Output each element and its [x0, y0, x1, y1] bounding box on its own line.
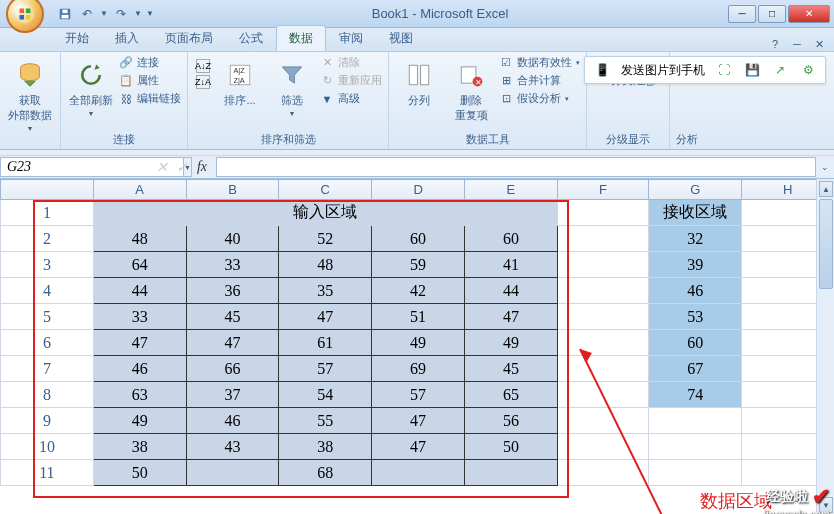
sort-asc-button[interactable]: A↓Z	[196, 59, 210, 73]
cell[interactable]: 39	[649, 252, 742, 278]
select-all-corner[interactable]	[1, 180, 94, 200]
tab-insert[interactable]: 插入	[102, 25, 152, 51]
clear-button[interactable]: ✕清除	[320, 55, 382, 70]
maximize-button[interactable]: □	[758, 5, 786, 23]
tab-formulas[interactable]: 公式	[226, 25, 276, 51]
col-header[interactable]: F	[557, 180, 649, 200]
cell[interactable]: 47	[186, 330, 279, 356]
fx-icon[interactable]: fx	[194, 159, 210, 175]
redo-icon[interactable]: ↷	[112, 5, 130, 23]
cell[interactable]	[557, 252, 649, 278]
row-header[interactable]: 7	[1, 356, 94, 382]
cell[interactable]: 55	[279, 408, 372, 434]
ext-share-icon[interactable]: ↗	[771, 61, 789, 79]
data-validation-button[interactable]: ☑数据有效性▾	[499, 55, 580, 70]
cell[interactable]: 59	[372, 252, 465, 278]
ribbon-minimize-icon[interactable]: ─	[790, 37, 804, 51]
cell[interactable]: 49	[93, 408, 186, 434]
tab-view[interactable]: 视图	[376, 25, 426, 51]
formula-input[interactable]	[216, 157, 816, 177]
row-header[interactable]: 2	[1, 226, 94, 252]
cell[interactable]: 45	[464, 356, 557, 382]
col-header[interactable]: C	[279, 180, 372, 200]
cell[interactable]: 37	[186, 382, 279, 408]
cell[interactable]: 47	[372, 434, 465, 460]
redo-dropdown[interactable]: ▼	[134, 9, 142, 18]
col-header[interactable]: A	[93, 180, 186, 200]
cell[interactable]: 60	[464, 226, 557, 252]
cell[interactable]: 60	[372, 226, 465, 252]
cell[interactable]: 54	[279, 382, 372, 408]
cell[interactable]: 47	[279, 304, 372, 330]
cell[interactable]: 65	[464, 382, 557, 408]
sort-desc-button[interactable]: Z↓A	[196, 75, 210, 89]
cell[interactable]: 48	[93, 226, 186, 252]
tab-review[interactable]: 审阅	[326, 25, 376, 51]
text-to-columns-button[interactable]: 分列	[395, 55, 443, 112]
ext-gear-icon[interactable]: ⚙	[799, 61, 817, 79]
cell[interactable]: 45	[186, 304, 279, 330]
cell[interactable]: 53	[649, 304, 742, 330]
cell[interactable]: 46	[186, 408, 279, 434]
cell[interactable]: 38	[93, 434, 186, 460]
minimize-button[interactable]: ─	[728, 5, 756, 23]
cell[interactable]: 57	[279, 356, 372, 382]
tab-home[interactable]: 开始	[52, 25, 102, 51]
cell[interactable]	[557, 226, 649, 252]
edit-links-button[interactable]: ⛓编辑链接	[119, 91, 181, 106]
properties-button[interactable]: 📋属性	[119, 73, 181, 88]
row-header[interactable]: 3	[1, 252, 94, 278]
send-to-phone-button[interactable]: 发送图片到手机	[621, 62, 705, 79]
cell[interactable]: 47	[372, 408, 465, 434]
sort-button[interactable]: A|ZZ|A 排序...	[216, 55, 264, 112]
cell[interactable]: 36	[186, 278, 279, 304]
scroll-thumb[interactable]	[819, 199, 833, 289]
cell[interactable]: 61	[279, 330, 372, 356]
vertical-scrollbar[interactable]: ▲ ▼	[816, 179, 834, 514]
help-icon[interactable]: ?	[768, 37, 782, 51]
cell[interactable]: 69	[372, 356, 465, 382]
cell[interactable]: 33	[186, 252, 279, 278]
cell[interactable]: 44	[464, 278, 557, 304]
close-button[interactable]: ✕	[788, 5, 830, 23]
save-icon[interactable]	[56, 5, 74, 23]
cell[interactable]: 47	[464, 304, 557, 330]
cell[interactable]: 接收区域	[649, 200, 742, 226]
cell[interactable]: 47	[93, 330, 186, 356]
row-header[interactable]: 10	[1, 434, 94, 460]
cell[interactable]: 33	[93, 304, 186, 330]
cell[interactable]	[557, 200, 649, 226]
cell[interactable]: 41	[464, 252, 557, 278]
cell[interactable]: 46	[649, 278, 742, 304]
row-header[interactable]: 5	[1, 304, 94, 330]
cell[interactable]	[557, 278, 649, 304]
col-header[interactable]: D	[372, 180, 465, 200]
cell[interactable]: 49	[464, 330, 557, 356]
undo-dropdown[interactable]: ▼	[100, 9, 108, 18]
row-header[interactable]: 11	[1, 460, 94, 486]
cell[interactable]: 输入区域	[93, 200, 557, 226]
cell[interactable]	[186, 460, 279, 486]
cell[interactable]: 64	[93, 252, 186, 278]
cell[interactable]: 46	[93, 356, 186, 382]
reapply-button[interactable]: ↻重新应用	[320, 73, 382, 88]
tab-page-layout[interactable]: 页面布局	[152, 25, 226, 51]
col-header[interactable]: B	[186, 180, 279, 200]
cell[interactable]	[557, 304, 649, 330]
cell[interactable]: 40	[186, 226, 279, 252]
consolidate-button[interactable]: ⊞合并计算	[499, 73, 580, 88]
row-header[interactable]: 6	[1, 330, 94, 356]
col-header[interactable]: G	[649, 180, 742, 200]
cell[interactable]: 49	[372, 330, 465, 356]
cell[interactable]: 68	[279, 460, 372, 486]
cell[interactable]: 56	[464, 408, 557, 434]
undo-icon[interactable]: ↶	[78, 5, 96, 23]
row-header[interactable]: 8	[1, 382, 94, 408]
cell[interactable]: 52	[279, 226, 372, 252]
tab-data[interactable]: 数据	[276, 25, 326, 51]
cell[interactable]: 63	[93, 382, 186, 408]
cell[interactable]: 57	[372, 382, 465, 408]
row-header[interactable]: 1	[1, 200, 94, 226]
cell[interactable]	[372, 460, 465, 486]
fb-expand-icon[interactable]: ⌄	[816, 162, 834, 172]
